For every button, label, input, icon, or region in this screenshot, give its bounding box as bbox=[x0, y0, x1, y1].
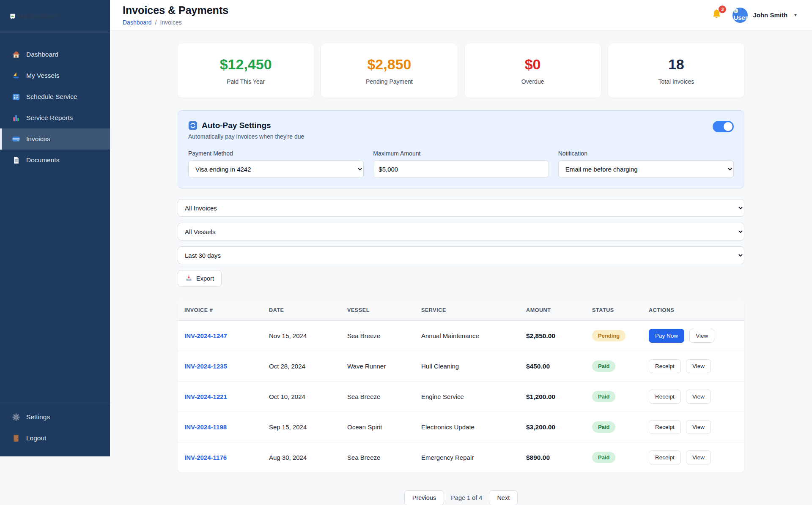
page-status: Page 1 of 4 bbox=[451, 494, 482, 501]
invoice-vessel: Sea Breeze bbox=[340, 442, 414, 473]
sidebar-item-label: Dashboard bbox=[26, 51, 58, 58]
receipt-button[interactable]: Receipt bbox=[649, 359, 681, 373]
sidebar-footer: Settings Logout bbox=[0, 403, 110, 449]
sidebar-item-settings[interactable]: Settings bbox=[0, 407, 110, 428]
card-total-invoices: 18 Total Invoices bbox=[608, 44, 744, 98]
door-icon bbox=[12, 434, 20, 442]
sidebar-item-service-reports[interactable]: Service Reports bbox=[0, 107, 110, 128]
invoice-link[interactable]: INV-2024-1198 bbox=[184, 423, 227, 431]
sidebar-item-invoices[interactable]: Invoices bbox=[0, 128, 110, 150]
breadcrumb-link-dashboard[interactable]: Dashboard bbox=[123, 19, 152, 26]
autopay-settings-panel: Auto-Pay Settings Automatically pay invo… bbox=[178, 110, 744, 188]
inbox-tray-icon bbox=[185, 275, 192, 282]
view-button[interactable]: View bbox=[686, 359, 711, 373]
sidebar-item-logout[interactable]: Logout bbox=[0, 428, 110, 449]
receipt-button[interactable]: Receipt bbox=[649, 390, 681, 404]
table-row: INV-2024-1198 Sep 15, 2024 Ocean Spirit … bbox=[178, 412, 744, 442]
maximum-amount-input[interactable] bbox=[373, 160, 549, 178]
card-label: Total Invoices bbox=[658, 78, 694, 85]
card-overdue: $0 Overdue bbox=[465, 44, 601, 98]
status-badge: Paid bbox=[592, 421, 615, 433]
maximum-amount-field: Maximum Amount bbox=[373, 150, 549, 178]
sailboat-icon bbox=[12, 71, 20, 80]
date-range-filter[interactable]: Last 30 days bbox=[178, 246, 744, 264]
credit-card-icon bbox=[12, 135, 20, 143]
notification-count-badge: 3 bbox=[719, 5, 726, 13]
broken-image-icon bbox=[9, 13, 16, 20]
previous-page-button[interactable]: Previous bbox=[404, 490, 444, 505]
view-button[interactable]: View bbox=[686, 450, 711, 464]
toggle-knob bbox=[724, 122, 732, 131]
page-header: Invoices & Payments Dashboard / Invoices… bbox=[110, 0, 812, 30]
card-value: $0 bbox=[525, 56, 541, 73]
sidebar-item-my-vessels[interactable]: My Vessels bbox=[0, 65, 110, 86]
app-layout: HarborSmith Dashboard My Vessels Schedul… bbox=[0, 0, 812, 505]
refresh-icon bbox=[188, 121, 198, 130]
sidebar-item-label: Logout bbox=[26, 434, 46, 442]
card-label: Overdue bbox=[521, 78, 544, 85]
vessel-filter[interactable]: All Vessels bbox=[178, 223, 744, 240]
export-button[interactable]: Export bbox=[178, 270, 222, 287]
invoice-link[interactable]: INV-2024-1247 bbox=[184, 332, 227, 339]
calendar-icon bbox=[12, 93, 20, 101]
table-row: INV-2024-1176 Aug 30, 2024 Sea Breeze Em… bbox=[178, 442, 744, 473]
table-row: INV-2024-1247 Nov 15, 2024 Sea Breeze An… bbox=[178, 321, 744, 351]
sidebar-item-schedule-service[interactable]: Schedule Service bbox=[0, 86, 110, 107]
invoice-link[interactable]: INV-2024-1176 bbox=[184, 454, 227, 461]
document-icon bbox=[12, 156, 20, 164]
summary-cards: $12,450 Paid This Year $2,850 Pending Pa… bbox=[178, 44, 744, 98]
card-value: 18 bbox=[668, 56, 684, 73]
invoice-service: Annual Maintenance bbox=[414, 321, 519, 351]
receipt-button[interactable]: Receipt bbox=[649, 450, 681, 464]
autopay-toggle[interactable] bbox=[713, 121, 734, 132]
view-button[interactable]: View bbox=[689, 329, 714, 343]
table-row: INV-2024-1235 Oct 28, 2024 Wave Runner H… bbox=[178, 351, 744, 382]
bar-chart-icon bbox=[12, 114, 20, 122]
user-name: John Smith bbox=[753, 11, 787, 19]
avatar: User bbox=[732, 8, 748, 23]
brand-name: HarborSmith bbox=[18, 12, 59, 21]
invoice-link[interactable]: INV-2024-1235 bbox=[184, 363, 227, 370]
notification-select[interactable]: Email me before charging bbox=[558, 160, 734, 178]
sidebar-nav: Dashboard My Vessels Schedule Service Se… bbox=[0, 33, 110, 171]
invoice-date: Aug 30, 2024 bbox=[262, 442, 340, 473]
invoice-date: Sep 15, 2024 bbox=[262, 412, 340, 442]
filters: All Invoices All Vessels Last 30 days Ex… bbox=[178, 199, 744, 287]
avatar-alt-text: User bbox=[733, 14, 747, 21]
gear-icon bbox=[12, 413, 20, 421]
payment-method-select[interactable]: Visa ending in 4242 bbox=[188, 160, 364, 178]
next-page-button[interactable]: Next bbox=[489, 490, 518, 505]
breadcrumb: Dashboard / Invoices bbox=[123, 19, 228, 26]
view-button[interactable]: View bbox=[686, 420, 711, 434]
sidebar: HarborSmith Dashboard My Vessels Schedul… bbox=[0, 0, 110, 456]
invoices-table: Invoice # Date Vessel Service Amount Sta… bbox=[178, 300, 744, 472]
main-area: Invoices & Payments Dashboard / Invoices… bbox=[110, 0, 812, 505]
view-button[interactable]: View bbox=[686, 390, 711, 404]
column-header-status: Status bbox=[585, 300, 642, 321]
notification-label: Notification bbox=[558, 150, 734, 157]
sidebar-item-label: Invoices bbox=[26, 135, 50, 143]
status-badge: Pending bbox=[592, 330, 625, 341]
notifications-button[interactable]: 3 bbox=[711, 8, 722, 22]
sidebar-item-documents[interactable]: Documents bbox=[0, 150, 110, 171]
card-label: Paid This Year bbox=[227, 78, 265, 85]
notification-field: Notification Email me before charging bbox=[558, 150, 734, 178]
house-icon bbox=[12, 50, 20, 59]
breadcrumb-current: Invoices bbox=[160, 19, 181, 26]
column-header-vessel: Vessel bbox=[340, 300, 414, 321]
invoices-table-card: Invoice # Date Vessel Service Amount Sta… bbox=[178, 300, 744, 472]
invoice-link[interactable]: INV-2024-1221 bbox=[184, 393, 227, 400]
breadcrumb-separator: / bbox=[155, 19, 157, 26]
invoice-service: Electronics Update bbox=[414, 412, 519, 442]
chevron-down-icon: ▼ bbox=[793, 13, 798, 17]
invoice-service: Emergency Repair bbox=[414, 442, 519, 473]
status-badge: Paid bbox=[592, 452, 615, 463]
pay-now-button[interactable]: Pay Now bbox=[649, 329, 684, 343]
invoice-status-filter[interactable]: All Invoices bbox=[178, 199, 744, 217]
user-menu[interactable]: User John Smith ▼ bbox=[732, 8, 798, 23]
broken-image-icon bbox=[733, 8, 739, 14]
sidebar-item-dashboard[interactable]: Dashboard bbox=[0, 44, 110, 65]
autopay-title: Auto-Pay Settings bbox=[202, 121, 271, 130]
receipt-button[interactable]: Receipt bbox=[649, 420, 681, 434]
card-value: $2,850 bbox=[367, 56, 411, 73]
